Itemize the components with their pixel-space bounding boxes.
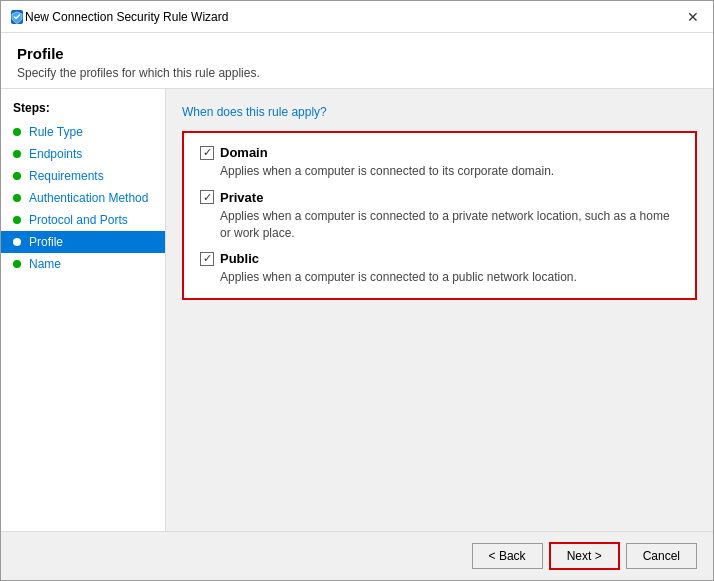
profile-option-domain: ✓ Domain Applies when a computer is conn…	[200, 145, 679, 180]
steps-label: Steps:	[1, 101, 165, 121]
page-header: Profile Specify the profiles for which t…	[1, 33, 713, 89]
checkbox-domain[interactable]: ✓	[200, 146, 214, 160]
question-label: When does this rule apply?	[182, 105, 697, 119]
checkbox-wrapper-domain[interactable]: ✓	[200, 146, 214, 160]
profile-header-private: ✓ Private	[200, 190, 679, 205]
profile-option-private: ✓ Private Applies when a computer is con…	[200, 190, 679, 242]
sidebar-item-profile[interactable]: Profile	[1, 231, 165, 253]
step-dot	[13, 128, 21, 136]
title-bar-text: New Connection Security Rule Wizard	[25, 10, 681, 24]
checkbox-wrapper-private[interactable]: ✓	[200, 190, 214, 204]
sidebar-item-label: Endpoints	[29, 147, 82, 161]
step-dot	[13, 150, 21, 158]
sidebar-item-label: Profile	[29, 235, 63, 249]
profile-option-public: ✓ Public Applies when a computer is conn…	[200, 251, 679, 286]
step-dot	[13, 216, 21, 224]
main-area: Steps: Rule Type Endpoints Requirements …	[1, 89, 713, 531]
footer: < Back Next > Cancel	[1, 531, 713, 580]
profiles-box: ✓ Domain Applies when a computer is conn…	[182, 131, 697, 300]
step-dot	[13, 194, 21, 202]
sidebar-item-rule-type[interactable]: Rule Type	[1, 121, 165, 143]
profile-desc-domain: Applies when a computer is connected to …	[220, 163, 679, 180]
checkbox-public[interactable]: ✓	[200, 252, 214, 266]
sidebar-item-protocol-ports[interactable]: Protocol and Ports	[1, 209, 165, 231]
cancel-button[interactable]: Cancel	[626, 543, 697, 569]
profile-name-public: Public	[220, 251, 259, 266]
page-subtitle: Specify the profiles for which this rule…	[17, 66, 697, 80]
checkbox-private[interactable]: ✓	[200, 190, 214, 204]
sidebar-item-label: Authentication Method	[29, 191, 148, 205]
sidebar-item-label: Protocol and Ports	[29, 213, 128, 227]
profile-desc-private: Applies when a computer is connected to …	[220, 208, 679, 242]
checkbox-wrapper-public[interactable]: ✓	[200, 252, 214, 266]
sidebar-item-label: Name	[29, 257, 61, 271]
profile-name-domain: Domain	[220, 145, 268, 160]
close-button[interactable]: ✕	[681, 5, 705, 29]
back-button[interactable]: < Back	[472, 543, 543, 569]
profile-header-public: ✓ Public	[200, 251, 679, 266]
title-bar: New Connection Security Rule Wizard ✕	[1, 1, 713, 33]
profile-name-private: Private	[220, 190, 263, 205]
sidebar-item-label: Rule Type	[29, 125, 83, 139]
window-content: Profile Specify the profiles for which t…	[1, 33, 713, 580]
profile-desc-public: Applies when a computer is connected to …	[220, 269, 679, 286]
sidebar: Steps: Rule Type Endpoints Requirements …	[1, 89, 166, 531]
sidebar-item-requirements[interactable]: Requirements	[1, 165, 165, 187]
sidebar-item-label: Requirements	[29, 169, 104, 183]
sidebar-item-endpoints[interactable]: Endpoints	[1, 143, 165, 165]
step-dot	[13, 172, 21, 180]
content-area: When does this rule apply? ✓ Domain Appl…	[166, 89, 713, 531]
wizard-window: New Connection Security Rule Wizard ✕ Pr…	[0, 0, 714, 581]
step-dot	[13, 260, 21, 268]
sidebar-item-auth-method[interactable]: Authentication Method	[1, 187, 165, 209]
sidebar-item-name[interactable]: Name	[1, 253, 165, 275]
next-button[interactable]: Next >	[549, 542, 620, 570]
page-title: Profile	[17, 45, 697, 62]
profile-header-domain: ✓ Domain	[200, 145, 679, 160]
step-dot	[13, 238, 21, 246]
window-icon	[9, 9, 25, 25]
